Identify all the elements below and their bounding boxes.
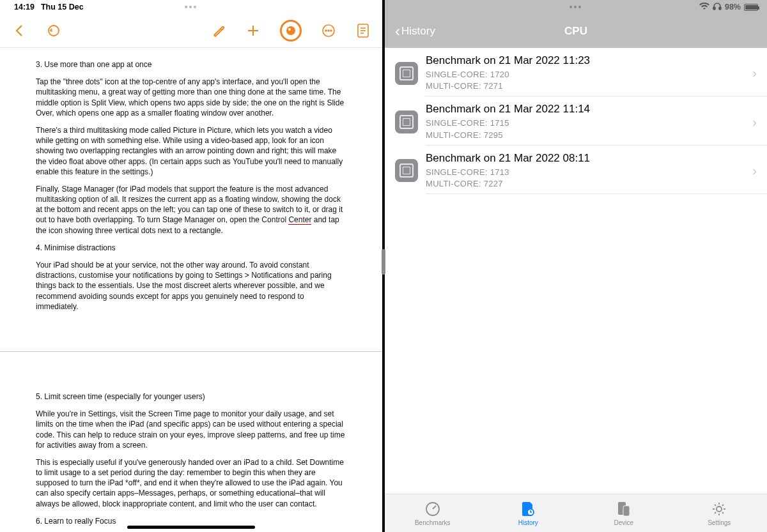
document-body[interactable]: 3. Use more than one app at once Tap the… [0, 48, 382, 532]
battery-percent: 98% [725, 3, 741, 11]
document-icon[interactable] [355, 23, 371, 38]
svg-rect-11 [713, 7, 715, 10]
item-title: Benchmark on 21 Mar 2022 11:23 [426, 54, 752, 67]
svg-line-14 [433, 506, 436, 509]
svg-rect-12 [719, 7, 721, 10]
wifi-icon [699, 3, 709, 12]
back-button[interactable]: ‹ History [395, 24, 435, 39]
item-single-core: SINGLE-CORE: 1720 [426, 69, 752, 80]
paragraph: Tap the "three dots" icon at the top-cen… [36, 77, 346, 118]
more-circle-icon[interactable] [321, 23, 336, 38]
chevron-right-icon: › [752, 163, 757, 178]
svg-point-4 [325, 30, 327, 31]
item-multi-core: MULTI-CORE: 7271 [426, 80, 752, 92]
cpu-chip-icon [395, 159, 418, 182]
plus-icon[interactable] [245, 23, 261, 38]
paragraph: There's a third multitasking mode called… [36, 125, 346, 177]
home-indicator[interactable] [127, 526, 255, 529]
history-list[interactable]: Benchmark on 21 Mar 2022 11:23 SINGLE-CO… [385, 48, 767, 494]
paragraph: Your iPad should be at your service, not… [36, 260, 346, 312]
cpu-chip-icon [395, 110, 418, 133]
tab-device[interactable]: Device [576, 494, 672, 532]
headphones-icon [713, 2, 722, 12]
paragraph: This is especially useful if you've gene… [36, 457, 346, 509]
list-item[interactable]: Benchmark on 21 Mar 2022 08:11 SINGLE-CO… [385, 146, 767, 194]
separator [426, 194, 767, 194]
heading-4: 4. Minimise distractions [36, 243, 346, 253]
status-time: 14:19 [14, 3, 35, 11]
tab-bar: Benchmarks History Device Settings [385, 494, 767, 532]
status-date: Thu 15 Dec [41, 3, 84, 11]
item-multi-core: MULTI-CORE: 7227 [426, 178, 752, 190]
item-title: Benchmark on 21 Mar 2022 11:14 [426, 103, 752, 116]
undo-icon[interactable] [46, 23, 61, 38]
chevron-left-icon: ‹ [395, 24, 400, 39]
svg-point-18 [717, 506, 722, 512]
tab-label: Settings [708, 519, 731, 526]
battery-icon [744, 4, 758, 11]
tab-settings[interactable]: Settings [672, 494, 768, 532]
heading-3: 3. Use more than one app at once [36, 59, 346, 70]
item-multi-core: MULTI-CORE: 7295 [426, 130, 752, 141]
record-icon[interactable] [280, 20, 302, 42]
chevron-right-icon: › [752, 66, 757, 80]
paragraph: Finally, Stage Manager (for iPad models … [36, 184, 346, 236]
editor-toolbar [0, 14, 382, 48]
tab-benchmarks[interactable]: Benchmarks [385, 494, 481, 532]
device-icon [616, 501, 632, 517]
heading-5: 5. Limit screen time (especially for you… [36, 391, 346, 402]
nav-bar: ‹ History CPU [385, 14, 767, 48]
gear-icon [711, 501, 727, 517]
list-item[interactable]: Benchmark on 21 Mar 2022 11:23 SINGLE-CO… [385, 48, 767, 96]
svg-rect-17 [623, 506, 630, 516]
item-title: Benchmark on 21 Mar 2022 08:11 [426, 152, 752, 165]
history-doc-icon [520, 501, 536, 517]
page-break [0, 351, 382, 352]
multitask-dots-icon[interactable]: ••• [185, 2, 198, 12]
tab-label: History [518, 519, 538, 526]
list-item[interactable]: Benchmark on 21 Mar 2022 11:14 SINGLE-CO… [385, 96, 767, 144]
item-single-core: SINGLE-CORE: 1713 [426, 167, 752, 178]
status-bar-left: 14:19 Thu 15 Dec ••• [0, 0, 382, 14]
svg-point-5 [328, 30, 329, 31]
paragraph: While you're in Settings, visit the Scre… [36, 409, 346, 450]
item-single-core: SINGLE-CORE: 1715 [426, 118, 752, 129]
nav-title: CPU [564, 25, 587, 38]
cpu-chip-icon [395, 62, 418, 85]
tab-history[interactable]: History [481, 494, 577, 532]
spellcheck-underline[interactable]: Center [288, 215, 311, 225]
back-label: History [401, 25, 435, 38]
brush-icon[interactable] [211, 23, 226, 38]
divider-handle-icon[interactable] [382, 249, 385, 275]
tab-label: Device [614, 519, 633, 526]
gauge-icon [424, 501, 441, 517]
back-icon[interactable] [12, 23, 27, 38]
multitask-dots-icon[interactable]: ••• [569, 2, 583, 12]
svg-point-6 [330, 30, 332, 31]
chevron-right-icon: › [752, 115, 757, 130]
status-bar-right: ••• 98% [385, 0, 767, 14]
tab-label: Benchmarks [415, 519, 451, 526]
heading-6: 6. Learn to really Focus [36, 516, 346, 526]
